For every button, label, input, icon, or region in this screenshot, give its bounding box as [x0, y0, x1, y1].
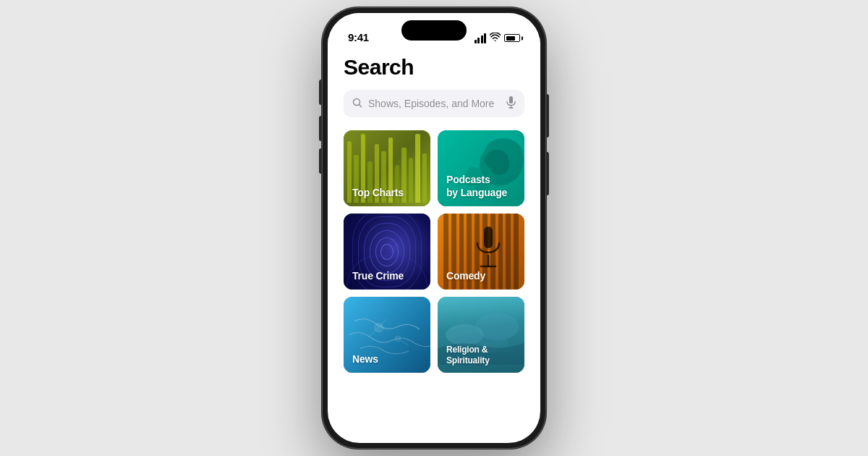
card-label-top-charts: Top Charts: [352, 187, 404, 199]
page-title: Search: [344, 55, 524, 80]
category-card-podcasts-by-language[interactable]: Podcasts by Language: [438, 130, 524, 206]
svg-rect-5: [484, 227, 493, 248]
svg-line-12: [398, 339, 409, 346]
wifi-icon: [490, 33, 501, 43]
search-icon: [352, 98, 362, 110]
content-area: Search Shows, Episodes, and More: [328, 49, 540, 373]
card-label-podcasts-by-language: Podcasts by Language: [446, 173, 507, 199]
card-label-comedy: Comedy: [446, 270, 485, 282]
category-card-news[interactable]: News: [344, 297, 430, 373]
card-label-true-crime: True Crime: [352, 270, 404, 282]
card-label-news: News: [352, 353, 378, 366]
phone-outer: 9:41: [322, 7, 546, 449]
search-bar[interactable]: Shows, Episodes, and More: [344, 90, 524, 117]
status-time: 9:41: [348, 31, 369, 43]
mic-icon[interactable]: [506, 96, 516, 111]
svg-line-11: [368, 328, 379, 338]
card-label-religion-spirituality: Religion & Spirituality: [446, 345, 524, 366]
category-card-comedy[interactable]: Comedy: [438, 214, 524, 290]
category-grid: Top Charts Podcasts: [344, 130, 524, 373]
phone-screen: 9:41: [328, 13, 540, 443]
svg-rect-1: [509, 96, 513, 104]
status-icons: [475, 33, 521, 43]
dynamic-island: [401, 20, 467, 41]
category-card-religion-spirituality[interactable]: Religion & Spirituality: [438, 297, 524, 373]
signal-bars-icon: [475, 33, 487, 43]
category-card-top-charts[interactable]: Top Charts: [344, 130, 430, 206]
search-placeholder-text: Shows, Episodes, and More: [368, 98, 501, 109]
category-card-true-crime[interactable]: True Crime: [344, 214, 430, 290]
battery-icon: [504, 34, 520, 42]
